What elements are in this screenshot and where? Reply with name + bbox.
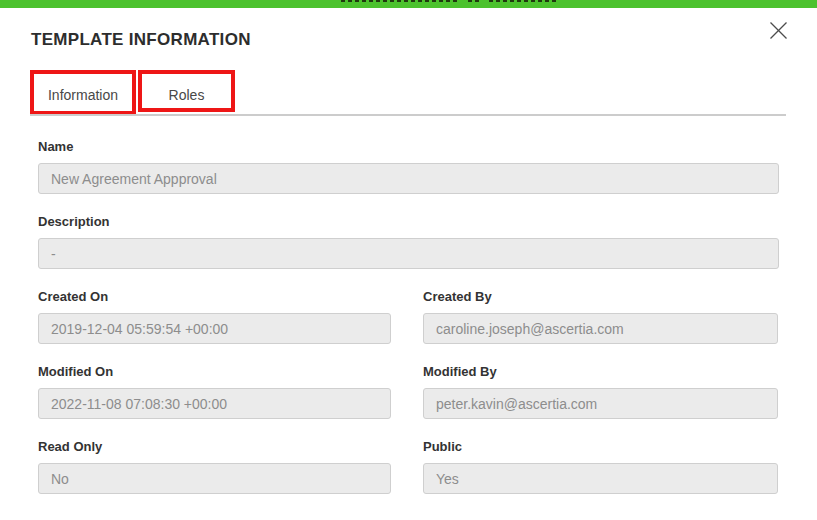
created-by-input[interactable] [423, 313, 778, 344]
clipped-page-text [341, 0, 459, 2]
tabs-divider [30, 114, 786, 116]
tab-information[interactable]: Information [30, 87, 136, 103]
modified-by-label: Modified By [423, 364, 778, 379]
clipped-page-text [468, 0, 482, 2]
template-information-dialog: TEMPLATE INFORMATION Information Roles N… [0, 0, 817, 520]
created-on-input[interactable] [38, 313, 391, 344]
page-top-bar [0, 0, 817, 8]
public-label: Public [423, 439, 778, 454]
name-label: Name [38, 139, 779, 154]
close-button[interactable] [766, 20, 790, 44]
close-icon [769, 21, 788, 44]
tab-roles[interactable]: Roles [138, 87, 235, 103]
description-label: Description [38, 214, 779, 229]
name-input[interactable] [38, 163, 779, 194]
modified-on-label: Modified On [38, 364, 391, 379]
description-input[interactable] [38, 238, 779, 269]
created-by-label: Created By [423, 289, 778, 304]
dialog-title: TEMPLATE INFORMATION [31, 30, 251, 50]
modified-by-input[interactable] [423, 388, 778, 419]
public-input[interactable] [423, 463, 778, 494]
clipped-page-text [489, 0, 557, 2]
modified-on-input[interactable] [38, 388, 391, 419]
created-on-label: Created On [38, 289, 391, 304]
read-only-label: Read Only [38, 439, 391, 454]
read-only-input[interactable] [38, 463, 391, 494]
